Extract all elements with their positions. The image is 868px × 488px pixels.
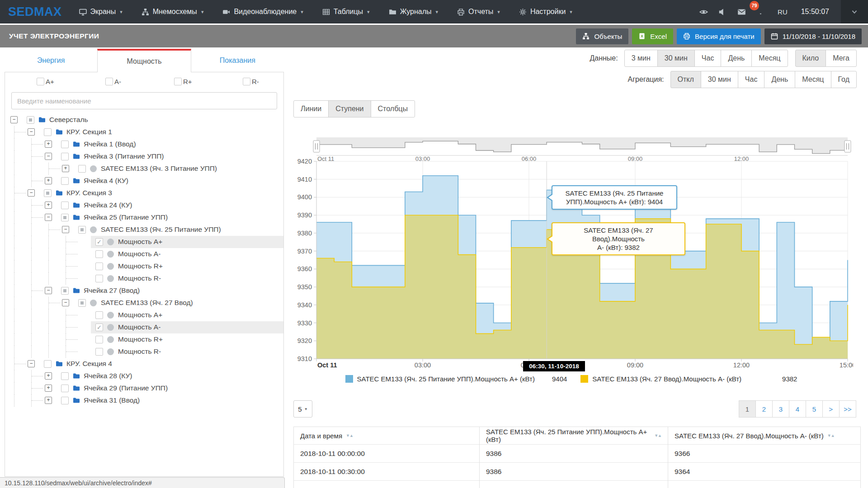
page-button[interactable]: 3 [772, 400, 789, 418]
tree-checkbox[interactable] [61, 397, 69, 404]
tree-item-label[interactable]: Ячейка 29 (Питание УПП) [84, 384, 168, 392]
envelope-icon[interactable] [737, 8, 746, 16]
tree-checkbox[interactable] [95, 336, 103, 343]
tree-checkbox[interactable] [61, 372, 69, 380]
chart-type-button[interactable]: Линии [293, 100, 329, 117]
menu-item-screens[interactable]: Экраны▾ [79, 8, 123, 16]
tab-power[interactable]: Мощность [97, 49, 191, 72]
tree-item-label[interactable]: Мощность А- [118, 323, 160, 331]
tree-item-label[interactable]: SATEC EM133 (Яч. 3 Питание УПП) [101, 164, 217, 173]
menu-item-video[interactable]: Видеонаблюдение▾ [222, 8, 303, 16]
expand-toggle[interactable]: + [45, 177, 52, 184]
unit-button[interactable]: Кило [795, 50, 826, 67]
tree-checkbox[interactable] [61, 385, 69, 392]
print-version-button[interactable]: Версия для печати [677, 28, 761, 44]
navbar-collapse-button[interactable] [841, 0, 868, 23]
collapse-toggle[interactable]: − [45, 287, 52, 294]
page-button[interactable]: 4 [789, 400, 806, 418]
collapse-toggle[interactable]: − [45, 153, 52, 160]
language-selector[interactable]: RU [778, 8, 788, 16]
tree-item-label[interactable]: Мощность А+ [118, 238, 162, 246]
eye-icon[interactable] [699, 8, 708, 16]
tree-checkbox[interactable] [95, 263, 103, 270]
collapse-toggle[interactable]: − [45, 214, 52, 221]
aggregation-button[interactable]: День [764, 71, 795, 88]
chart-type-button[interactable]: Ступени [328, 100, 371, 117]
page-button[interactable]: 2 [755, 400, 773, 418]
expand-toggle[interactable]: + [45, 141, 52, 148]
sort-icons[interactable]: ▼▲ [654, 433, 661, 438]
tree-item-label[interactable]: Ячейка 31 (Ввод) [84, 396, 140, 404]
checkbox[interactable] [174, 78, 182, 85]
expand-toggle[interactable]: + [45, 202, 52, 209]
tree-checkbox[interactable] [95, 311, 103, 319]
page-button[interactable]: 1 [739, 400, 756, 418]
tree-item-label[interactable]: КРУ. Секция 3 [66, 189, 112, 197]
data-interval-button[interactable]: Месяц [751, 50, 788, 67]
legend-label[interactable]: SATEC EM133 (Яч. 27 Ввод).Мощность А- (к… [592, 375, 741, 383]
brand-logo[interactable]: SEDMAX [8, 5, 62, 19]
column-header[interactable]: Дата и время▼▲ [294, 427, 479, 444]
expand-toggle[interactable]: + [45, 385, 52, 392]
tree-item-label[interactable]: SATEC EM133 (Яч. 25 Питание УПП) [101, 225, 221, 234]
page-size-select[interactable]: 5 ▼ [293, 400, 312, 418]
aggregation-button[interactable]: Час [738, 71, 765, 88]
tree-item-label[interactable]: Мощность R- [118, 274, 161, 282]
tree-checkbox[interactable] [61, 153, 69, 160]
tab-energy[interactable]: Энергия [5, 49, 97, 72]
checkbox[interactable] [105, 78, 113, 85]
tree-item-label[interactable]: SATEC EM133 (Яч. 27 Ввод) [101, 299, 193, 307]
last-page-button[interactable]: >> [839, 400, 856, 418]
menu-item-reports[interactable]: Отчеты▾ [457, 8, 500, 16]
tree-checkbox[interactable] [78, 226, 86, 234]
sort-icons[interactable]: ▼▲ [827, 433, 835, 438]
expand-toggle[interactable]: + [45, 397, 52, 404]
tree-checkbox[interactable] [61, 202, 69, 209]
tree-item-label[interactable]: Ячейка 3 (Питание УПП) [84, 152, 164, 160]
tree-item-label[interactable]: Мощность R- [118, 347, 161, 356]
tree-checkbox[interactable] [44, 128, 52, 136]
search-input[interactable] [11, 92, 277, 109]
tree-item-label[interactable]: Мощность R+ [118, 335, 163, 343]
collapse-toggle[interactable]: − [28, 189, 35, 197]
speaker-icon[interactable] [718, 8, 727, 16]
aggregation-button[interactable]: Откл [670, 71, 701, 88]
date-range-button[interactable]: 11/10/2018 - 11/10/2018 [764, 28, 862, 44]
tree-checkbox[interactable] [95, 238, 103, 246]
tree-item-label[interactable]: Ячейка 25 (Питание УПП) [84, 213, 168, 221]
data-interval-button[interactable]: 30 мин [657, 50, 695, 67]
tree-checkbox[interactable] [95, 275, 103, 282]
table-row[interactable]: 2018-10-11 00:30:0093869364 [294, 462, 860, 480]
tree-checkbox[interactable] [95, 348, 103, 356]
tree-item-label[interactable]: Мощность R+ [118, 262, 163, 270]
tree-item-label[interactable]: Мощность А+ [118, 311, 162, 319]
tree-checkbox[interactable] [27, 116, 34, 124]
expand-toggle[interactable]: + [62, 165, 69, 172]
objects-button[interactable]: Объекты [576, 28, 628, 44]
menu-item-mnemo[interactable]: Мнемосхемы▾ [142, 8, 204, 16]
tree-checkbox[interactable] [78, 165, 86, 173]
tree-item-label[interactable]: Ячейка 28 (КУ) [84, 372, 132, 380]
table-row[interactable]: 2018-10-11 00:00:0093869366 [294, 444, 860, 462]
tree-item-label[interactable]: КРУ. Секция 4 [66, 360, 112, 368]
tree-checkbox[interactable] [61, 177, 69, 185]
aggregation-button[interactable]: Месяц [795, 71, 831, 88]
tree-item-label[interactable]: Северсталь [49, 116, 88, 124]
aggregation-button[interactable]: Год [831, 71, 857, 88]
tree-item-label[interactable]: Ячейка 24 (КУ) [84, 201, 132, 209]
collapse-toggle[interactable]: − [62, 299, 69, 306]
chart-type-button[interactable]: Столбцы [371, 100, 415, 117]
next-page-button[interactable]: > [822, 400, 840, 418]
collapse-toggle[interactable]: − [10, 116, 18, 123]
data-interval-button[interactable]: Час [694, 50, 722, 67]
tree-checkbox[interactable] [61, 141, 69, 148]
collapse-toggle[interactable]: − [28, 360, 35, 367]
checkbox[interactable] [243, 78, 250, 85]
expand-toggle[interactable]: + [45, 372, 52, 380]
page-button[interactable]: 5 [806, 400, 823, 418]
tree-checkbox[interactable] [95, 324, 103, 331]
tree-item-label[interactable]: КРУ. Секция 1 [66, 128, 112, 136]
tree-item-label[interactable]: Ячейка 27 (Ввод) [84, 286, 140, 295]
tree-item-label[interactable]: Ячейка 1 (Ввод) [84, 140, 136, 148]
sort-icons[interactable]: ▼▲ [346, 433, 353, 438]
